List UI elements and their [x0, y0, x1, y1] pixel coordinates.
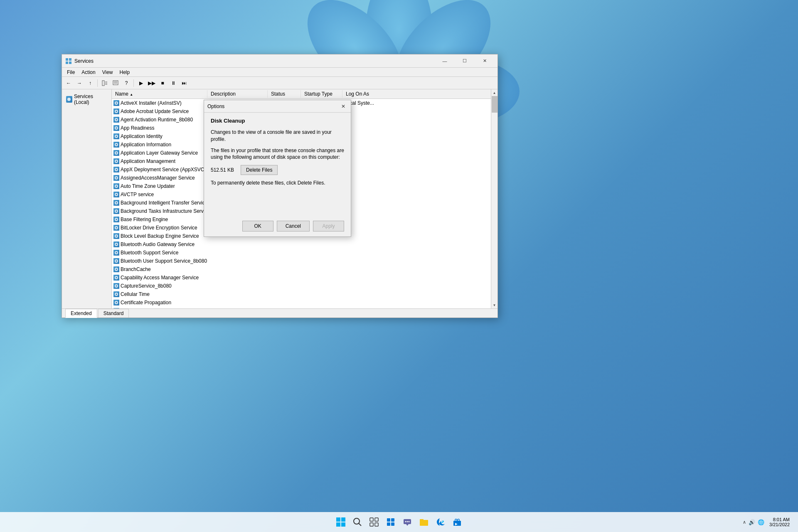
- store-button[interactable]: ▶: [451, 515, 464, 529]
- table-row[interactable]: Cellular Time: [112, 290, 491, 298]
- row-name-text: AssignedAccessManager Service: [121, 175, 195, 181]
- table-row[interactable]: Bluetooth Support Service: [112, 249, 491, 257]
- services-local-item[interactable]: Services (Local): [65, 93, 108, 106]
- table-row[interactable]: Bluetooth Audio Gateway Service: [112, 240, 491, 249]
- system-tray-icons: ∧ 🔊 🌐: [743, 519, 764, 525]
- svg-rect-16: [113, 81, 118, 85]
- service-icon: [113, 300, 119, 305]
- row-name-text: AppX Deployment Service (AppXSVC): [121, 167, 206, 172]
- row-name-cell: CaptureService_8b080: [112, 283, 207, 289]
- service-icon: [113, 217, 119, 222]
- row-name-text: Background Tasks Infrastructure Service: [121, 208, 207, 214]
- forward-button[interactable]: →: [74, 78, 84, 88]
- apply-button[interactable]: Apply: [313, 221, 344, 232]
- service-icon: [113, 192, 119, 197]
- date-label: 3/21/2022: [769, 522, 790, 527]
- menu-bar: File Action View Help: [62, 68, 498, 77]
- svg-rect-60: [387, 518, 390, 522]
- chevron-up-icon[interactable]: ∧: [743, 520, 746, 525]
- row-name-cell: Capability Access Manager Service: [112, 275, 207, 281]
- scroll-up-button[interactable]: ▲: [491, 89, 498, 96]
- col-startup-header[interactable]: Startup Type: [301, 90, 342, 98]
- table-row[interactable]: BranchCache: [112, 265, 491, 273]
- svg-rect-51: [341, 517, 345, 522]
- menu-file[interactable]: File: [64, 69, 78, 76]
- row-name-text: AVCTP service: [121, 192, 154, 197]
- row-name-text: BranchCache: [121, 266, 151, 272]
- resume-button[interactable]: ⏭: [179, 78, 189, 88]
- table-row[interactable]: CaptureService_8b080: [112, 282, 491, 290]
- widgets-button[interactable]: [384, 515, 397, 529]
- chat-button[interactable]: [401, 515, 414, 529]
- row-name-text: Cellular Time: [121, 291, 150, 297]
- start-button[interactable]: [334, 515, 347, 529]
- svg-point-68: [409, 521, 410, 522]
- service-icon: [113, 133, 119, 139]
- tab-standard[interactable]: Standard: [98, 309, 129, 318]
- task-view-button[interactable]: [367, 515, 381, 529]
- menu-help[interactable]: Help: [116, 69, 133, 76]
- network-icon[interactable]: 🌐: [758, 519, 764, 525]
- service-icon: [113, 233, 119, 239]
- service-icon: [113, 142, 119, 148]
- clock-display[interactable]: 8:01 AM 3/21/2022: [769, 517, 790, 527]
- table-row[interactable]: Capability Access Manager Service: [112, 273, 491, 282]
- svg-point-54: [354, 518, 360, 524]
- scroll-track[interactable]: [491, 96, 498, 302]
- options-dialog: Options ✕ Disk Cleanup Changes to the vi…: [204, 100, 351, 237]
- dialog-section-title: Disk Cleanup: [211, 118, 344, 124]
- table-row[interactable]: Bluetooth User Support Service_8b080: [112, 257, 491, 265]
- properties-button[interactable]: [111, 78, 121, 88]
- dialog-text-2: The files in your profile that store the…: [211, 147, 344, 161]
- dialog-close-button[interactable]: ✕: [339, 102, 347, 111]
- svg-rect-62: [387, 522, 390, 526]
- edge-browser-button[interactable]: [434, 515, 447, 529]
- col-desc-header[interactable]: Description: [207, 90, 268, 98]
- time-label: 8:01 AM: [769, 517, 790, 522]
- scroll-thumb[interactable]: [492, 96, 498, 113]
- row-name-text: Application Layer Gateway Service: [121, 150, 198, 156]
- start-button[interactable]: ▶: [136, 78, 146, 88]
- show-hide-button[interactable]: [100, 78, 110, 88]
- menu-view[interactable]: View: [99, 69, 116, 76]
- tab-extended[interactable]: Extended: [65, 309, 97, 318]
- minimize-button[interactable]: —: [435, 54, 454, 68]
- toolbar: ← → ↑ ? ▶ ▶▶ ■ ⏸ ⏭: [62, 77, 498, 89]
- row-name-cell: Bluetooth User Support Service_8b080: [112, 258, 207, 264]
- service-icon: [113, 266, 119, 272]
- ok-button[interactable]: OK: [242, 221, 273, 232]
- start-selected-button[interactable]: ▶▶: [147, 78, 157, 88]
- close-button[interactable]: ✕: [475, 54, 494, 68]
- svg-point-67: [407, 521, 408, 522]
- row-name-text: Bluetooth User Support Service_8b080: [121, 258, 207, 264]
- up-button[interactable]: ↑: [85, 78, 95, 88]
- help-button[interactable]: ?: [121, 78, 131, 88]
- stop-button[interactable]: ■: [158, 78, 167, 88]
- file-explorer-button[interactable]: [417, 515, 431, 529]
- menu-action[interactable]: Action: [78, 69, 99, 76]
- maximize-button[interactable]: ☐: [455, 54, 474, 68]
- row-name-cell: Adobe Acrobat Update Service: [112, 108, 207, 114]
- row-name-cell: App Readiness: [112, 125, 207, 131]
- scrollbar[interactable]: ▲ ▼: [491, 89, 498, 308]
- row-name-text: Application Identity: [121, 133, 163, 139]
- cancel-button[interactable]: Cancel: [277, 221, 310, 232]
- toolbar-separator-2: [133, 79, 134, 87]
- svg-rect-61: [391, 518, 394, 522]
- back-button[interactable]: ←: [64, 78, 74, 88]
- title-bar: Services — ☐ ✕: [62, 54, 498, 68]
- svg-rect-69: [420, 520, 428, 526]
- table-row[interactable]: Certificate Propagation: [112, 298, 491, 307]
- pause-button[interactable]: ⏸: [168, 78, 178, 88]
- svg-rect-12: [102, 81, 104, 86]
- row-name-cell: Application Information: [112, 142, 207, 148]
- svg-rect-52: [336, 522, 340, 527]
- scroll-down-button[interactable]: ▼: [491, 302, 498, 308]
- col-status-header[interactable]: Status: [268, 90, 301, 98]
- search-button[interactable]: [351, 515, 364, 529]
- col-name-header[interactable]: Name ▲: [112, 90, 207, 98]
- delete-files-button[interactable]: Delete Files: [241, 165, 278, 175]
- speaker-icon[interactable]: 🔊: [749, 519, 755, 525]
- taskbar-center: ▶: [334, 515, 464, 529]
- col-logon-header[interactable]: Log On As: [342, 90, 392, 98]
